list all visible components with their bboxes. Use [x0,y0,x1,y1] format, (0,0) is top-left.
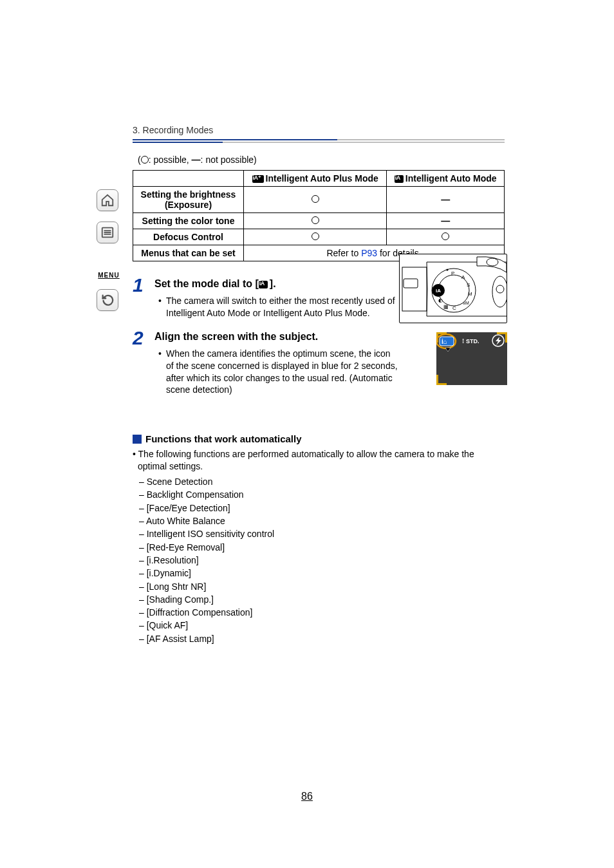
step-2-number: 2 [133,328,154,348]
cell-color-iaplus [244,213,387,229]
svg-text:◐: ◐ [438,297,443,303]
step-1-number: 1 [133,276,154,295]
auto-functions-list: Scene Detection Backlight Compensation [… [133,475,505,645]
svg-text:⍟M: ⍟M [463,301,469,305]
svg-text:⁝: ⁝ [462,337,465,344]
list-item: [i.Dynamic] [133,567,505,580]
menu-label[interactable]: MENU [97,272,121,279]
list-item: [Shading Comp.] [133,593,505,606]
list-item: [Diffraction Compensation] [133,606,505,619]
side-navigation: MENU [97,189,121,321]
svg-point-22 [492,276,507,307]
cell-defocus-ia [387,229,505,245]
list-item: Scene Detection [133,475,505,488]
list-item: [AF Assist Lamp] [133,632,505,645]
list-item: [Red-Eye Removal] [133,541,505,554]
breadcrumb-divider [133,142,505,143]
cell-brightness-iaplus [244,187,387,213]
link-p93[interactable]: P93 [361,248,377,258]
svg-text:C: C [452,305,456,311]
ia-mode-icon [395,175,404,183]
cell-defocus-iaplus [244,229,387,245]
cell-brightness-ia: — [387,187,505,213]
mode-comparison-table: Intelligent Auto Plus Mode Intelligent A… [133,170,505,261]
step-1-bullet: • The camera will switch to either the m… [154,295,398,319]
auto-functions-title: Functions that work automatically [145,433,302,444]
svg-rect-4 [402,267,427,311]
svg-text:P: P [451,270,454,276]
list-item: [Quick AF] [133,619,505,632]
column-header-ia: Intelligent Auto Mode [387,171,505,187]
list-item: Intelligent ISO sensitivity control [133,527,505,540]
page-number: 86 [0,791,614,802]
ia-mode-icon [259,281,268,288]
mode-dial-illustration: iA P A S M ⍟M C ▦ ◐ [399,254,507,323]
svg-text:▦: ▦ [443,304,449,310]
menu-icon[interactable] [97,254,118,268]
section-marker-icon [133,435,142,444]
svg-point-13 [447,269,449,271]
column-header-ia-plus: Intelligent Auto Plus Mode [244,171,387,187]
auto-functions-header: Functions that work automatically [133,433,505,444]
ia-plus-mode-icon [252,175,264,183]
auto-functions-intro: • The following functions are performed … [133,448,505,473]
svg-text:S: S [467,282,470,288]
svg-text:A: A [461,274,465,280]
row-defocus: Defocus Control [133,229,244,245]
row-color-tone: Setting the color tone [133,213,244,229]
list-item: Backlight Compensation [133,488,505,501]
breadcrumb: 3. Recording Modes [133,125,505,140]
svg-rect-5 [404,279,418,288]
step-1-title: Set the mode dial to []. [154,278,398,290]
list-item: [i.Resolution] [133,554,505,567]
step-2-bullet: • When the camera identifies the optimum… [154,348,398,397]
row-brightness: Setting the brightness (Exposure) [133,187,244,213]
list-item: Auto White Balance [133,514,505,527]
legend-text: (: possible, —: not possible) [133,155,505,165]
home-icon[interactable] [97,189,118,211]
back-icon[interactable] [97,289,118,311]
row-menus: Menus that can be set [133,245,244,261]
svg-text:i⌂: i⌂ [442,338,447,345]
svg-text:M: M [468,291,472,297]
cell-color-ia: — [387,213,505,229]
svg-text:STD.: STD. [466,338,479,344]
step-2-title: Align the screen with the subject. [154,331,398,343]
toc-icon[interactable] [97,222,118,243]
screen-scene-illustration: i⌂ ⁝ STD. [436,332,507,385]
list-item: [Long Shtr NR] [133,580,505,593]
svg-text:iA: iA [436,288,441,294]
list-item: [Face/Eye Detection] [133,502,505,514]
